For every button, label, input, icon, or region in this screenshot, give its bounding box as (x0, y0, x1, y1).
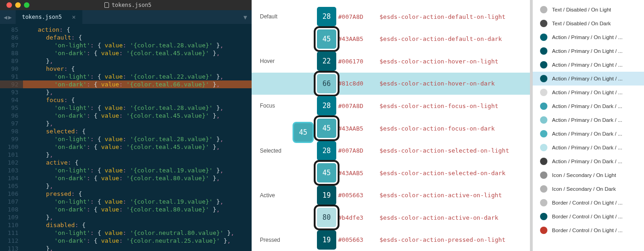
code-line[interactable]: 'on-light': { value: '{color.teal.28.val… (23, 135, 252, 143)
color-swatch[interactable]: 45 (317, 119, 336, 138)
layer-item[interactable]: Action / Primary / On Light / ... (533, 86, 644, 99)
code-line[interactable]: 'on-light': { value: '{color.teal.19.val… (23, 166, 252, 174)
tab-dropdown-icon[interactable]: ▼ (239, 10, 252, 24)
color-swatch[interactable]: 19 (317, 186, 336, 205)
token-row[interactable]: Default28#007A8D$esds-color-action-defau… (260, 6, 520, 28)
code-line[interactable]: 'on-dark': { value: '{color.neutral.25.v… (23, 237, 252, 245)
editor-tab[interactable]: tokens.json5 × (16, 10, 83, 24)
hex-value: #007A8D (338, 103, 380, 109)
layer-item[interactable]: Icon / Secondary / On Dark (533, 182, 644, 196)
code-line[interactable]: focus: { (23, 96, 252, 104)
layer-label: Action / Primary / On Dark / ... (552, 131, 622, 137)
layer-color-icon (540, 6, 547, 13)
color-swatch[interactable]: 28 (317, 96, 336, 115)
color-swatch[interactable]: 22 (317, 51, 336, 71)
layer-item[interactable]: Action / Primary / On Dark / ... (533, 127, 644, 141)
token-row[interactable]: 45#43AAB5$esds-color-action-selected-on-… (260, 162, 520, 184)
code-line[interactable]: active: { (23, 159, 252, 166)
layer-item[interactable]: Border / Control / On Light / ... (533, 210, 644, 223)
layer-item[interactable]: Text / Disabled / On Dark (533, 17, 644, 30)
color-swatch[interactable]: 45 (317, 29, 336, 49)
hex-value: #006170 (338, 58, 380, 65)
code-line[interactable]: }, (23, 57, 252, 65)
code-line[interactable]: 'on-dark': { value: '{color.teal.66.valu… (23, 80, 252, 88)
code-line[interactable]: disabled: { (23, 221, 252, 229)
code-line[interactable]: 'on-light': { value: '{color.neutral.80.… (23, 229, 252, 237)
layer-item[interactable]: Action / Primary / On Dark / ... (533, 141, 644, 154)
code-line[interactable]: 'on-light': { value: '{color.teal.28.val… (23, 104, 252, 112)
hex-value: #81c8d0 (338, 80, 380, 87)
layer-item[interactable]: Border / Control / On Light / ... (533, 223, 644, 237)
color-swatch[interactable]: 45 (317, 163, 336, 183)
dragging-swatch[interactable]: 45 (294, 123, 312, 142)
layer-item[interactable]: Action / Primary / On Dark / ... (533, 113, 644, 127)
code-line[interactable]: }, (23, 151, 252, 159)
editor-tabbar: ◀ ▶ tokens.json5 × ▼ (0, 10, 252, 24)
token-row[interactable]: 66#81c8d0$esds-color-action-hover-on-dar… (252, 73, 530, 95)
nav-back-icon[interactable]: ◀ (4, 14, 7, 21)
layer-item[interactable]: Text / Disabled / On Light (533, 3, 644, 17)
code-line[interactable]: }, (23, 120, 252, 127)
code-line[interactable]: }, (23, 213, 252, 221)
code-line[interactable]: }, (23, 88, 252, 96)
token-row[interactable]: 45#43AAB5$esds-color-action-default-on-d… (260, 28, 520, 51)
hex-value: #43AAB5 (338, 35, 380, 42)
code-line[interactable]: action: { (23, 26, 252, 34)
color-swatch[interactable]: 80 (317, 208, 336, 227)
code-line[interactable]: 'on-dark': { value: '{color.teal.80.valu… (23, 205, 252, 213)
code-line[interactable]: 'on-dark': { value: '{color.teal.45.valu… (23, 143, 252, 151)
code-line[interactable]: default: { (23, 34, 252, 41)
hex-value: #43AAB5 (338, 125, 380, 132)
token-row[interactable]: Hover22#006170$esds-color-action-hover-o… (260, 50, 520, 73)
code-line[interactable]: 'on-dark': { value: '{color.teal.45.valu… (23, 112, 252, 120)
window-minimize-icon[interactable] (15, 2, 21, 8)
color-swatch[interactable]: 19 (317, 230, 336, 250)
token-name: $esds-color-action-hover-on-dark (380, 80, 494, 87)
hex-value: #43AAB5 (338, 170, 380, 177)
code-line[interactable]: 'on-dark': { value: '{color.teal.45.valu… (23, 49, 252, 57)
hex-value: #005663 (338, 192, 380, 199)
code-line[interactable]: }, (23, 245, 252, 251)
code-line[interactable]: 'on-dark': { value: '{color.teal.80.valu… (23, 174, 252, 182)
code-area[interactable]: action: {default: {'on-light': { value: … (23, 24, 252, 251)
layer-color-icon (540, 20, 547, 27)
color-swatch[interactable]: 28 (317, 141, 336, 160)
layer-label: Action / Primary / On Light / ... (552, 76, 622, 81)
color-swatch[interactable]: 66 (317, 74, 336, 93)
color-swatch[interactable]: 28 (317, 7, 336, 26)
layer-color-icon (540, 47, 547, 55)
code-line[interactable]: pressed: { (23, 190, 252, 198)
token-row[interactable]: Focus28#007A8D$esds-color-action-focus-o… (260, 95, 520, 117)
code-line[interactable]: 'on-light': { value: '{color.teal.19.val… (23, 198, 252, 205)
window-zoom-icon[interactable] (24, 2, 29, 8)
layer-label: Text / Disabled / On Dark (552, 21, 611, 26)
layer-label: Action / Primary / On Dark / ... (552, 159, 622, 164)
layer-item[interactable]: Action / Primary / On Light / ... (533, 44, 644, 58)
code-line[interactable]: 'on-light': { value: '{color.teal.22.val… (23, 73, 252, 80)
layer-item[interactable]: Action / Primary / On Dark / ... (533, 154, 644, 168)
close-icon[interactable]: × (72, 13, 75, 21)
code-line[interactable]: }, (23, 182, 252, 190)
layer-color-icon (540, 158, 547, 165)
layer-color-icon (540, 213, 547, 220)
token-row[interactable]: Active19#005663$esds-color-action-active… (260, 184, 520, 206)
token-row[interactable]: Selected28#007A8D$esds-color-action-sele… (260, 139, 520, 162)
layer-item[interactable]: Action / Primary / On Light / ... (533, 30, 644, 44)
layer-item[interactable]: Border / Control / On Light / ... (533, 196, 644, 210)
token-row[interactable]: 45#43AAB5$esds-color-action-focus-on-dar… (260, 117, 520, 140)
layer-item[interactable]: Action / Primary / On Dark / ... (533, 99, 644, 113)
layer-color-icon (540, 171, 547, 179)
code-line[interactable]: hover: { (23, 65, 252, 73)
token-row[interactable]: 80#b4dfe3$esds-color-action-active-on-da… (260, 206, 520, 229)
nav-forward-icon[interactable]: ▶ (8, 14, 12, 21)
layer-item[interactable]: Icon / Secondary / On Light (533, 168, 644, 182)
window-titlebar[interactable]: tokens.json5 (0, 0, 252, 10)
layer-item[interactable]: Action / Primary / On Light / ... (533, 58, 644, 72)
code-line[interactable]: 'on-light': { value: '{color.teal.28.val… (23, 41, 252, 49)
window-close-icon[interactable] (6, 2, 12, 8)
hex-value: #005663 (338, 236, 380, 243)
layer-color-icon (540, 185, 547, 193)
layer-item[interactable]: Action / Primary / On Light / ... (533, 72, 644, 86)
code-line[interactable]: selected: { (23, 127, 252, 135)
token-row[interactable]: Pressed19#005663$esds-color-action-press… (260, 228, 520, 251)
